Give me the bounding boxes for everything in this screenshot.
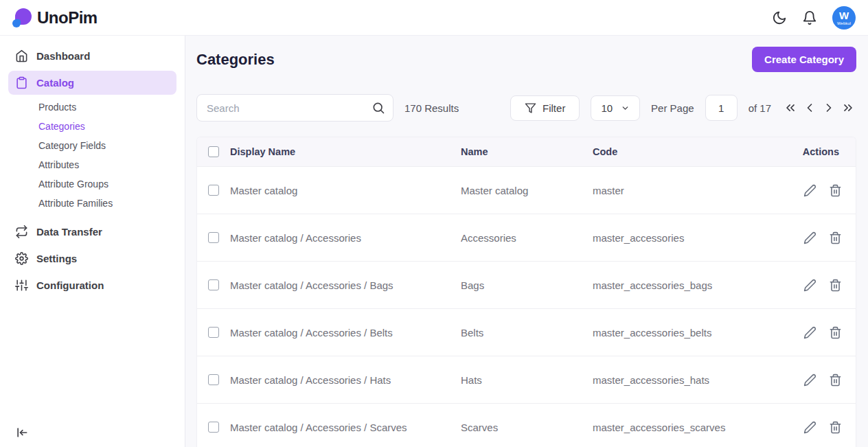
row-checkbox[interactable] xyxy=(208,185,219,196)
sidebar-item-catalog[interactable]: Catalog xyxy=(8,71,176,95)
per-page-label: Per Page xyxy=(651,102,694,114)
sidebar-item-category-fields[interactable]: Category Fields xyxy=(38,136,185,155)
sidebar-item-products[interactable]: Products xyxy=(38,98,185,117)
datagrid-toolbar: 170 Results Filter 10 Per Page of 17 xyxy=(196,94,856,122)
edit-button[interactable] xyxy=(803,279,816,292)
sidebar-item-data-transfer[interactable]: Data Transfer xyxy=(8,220,176,244)
cell-name: Master catalog xyxy=(461,185,593,196)
delete-button[interactable] xyxy=(829,421,842,434)
chevrons-left-icon xyxy=(784,101,797,115)
sidebar-item-label: Dashboard xyxy=(36,50,90,62)
trash-icon xyxy=(829,374,842,387)
cell-display-name: Master catalog / Accessories / Hats xyxy=(230,374,461,386)
edit-pencil-icon xyxy=(803,374,816,387)
row-checkbox[interactable] xyxy=(208,327,219,338)
trash-icon xyxy=(829,421,842,434)
delete-button[interactable] xyxy=(829,374,842,387)
chevron-right-icon xyxy=(822,101,836,115)
results-count: 170 Results xyxy=(404,102,459,114)
bell-icon xyxy=(802,10,817,25)
cell-display-name: Master catalog xyxy=(230,185,461,196)
edit-pencil-icon xyxy=(803,279,816,292)
trash-icon xyxy=(829,326,842,339)
sidebar-collapse-button[interactable] xyxy=(15,426,29,442)
previous-page-button[interactable] xyxy=(801,101,818,115)
sidebar-item-settings[interactable]: Settings xyxy=(8,247,176,271)
cell-code: master_accessories_bags xyxy=(593,279,789,291)
settings-icon xyxy=(15,252,28,265)
sidebar-item-attribute-groups[interactable]: Attribute Groups xyxy=(38,174,185,194)
create-category-button[interactable]: Create Category xyxy=(752,47,856,72)
avatar-caption: Webkul xyxy=(837,21,851,25)
sidebar-item-dashboard[interactable]: Dashboard xyxy=(8,44,176,68)
home-icon xyxy=(15,49,28,62)
select-all-checkbox[interactable] xyxy=(208,146,219,157)
filter-label: Filter xyxy=(542,102,565,114)
column-header-display-name: Display Name xyxy=(230,146,461,157)
row-checkbox[interactable] xyxy=(208,279,219,290)
table-body: Master catalog Master catalog master Mas… xyxy=(197,166,856,447)
table-row: Master catalog Master catalog master xyxy=(197,166,856,214)
sidebar-item-label: Data Transfer xyxy=(36,226,102,238)
sidebar-item-label: Catalog xyxy=(36,77,74,89)
column-header-name: Name xyxy=(461,146,593,157)
delete-button[interactable] xyxy=(829,231,842,244)
delete-button[interactable] xyxy=(829,184,842,197)
cell-name: Hats xyxy=(461,374,593,386)
dark-mode-toggle[interactable] xyxy=(772,10,787,25)
cell-name: Scarves xyxy=(461,422,593,433)
sidebar-item-categories[interactable]: Categories xyxy=(38,117,185,136)
edit-button[interactable] xyxy=(803,326,816,339)
table-row: Master catalog / Accessories / Scarves S… xyxy=(197,403,856,447)
configuration-icon xyxy=(15,279,28,292)
table-row: Master catalog / Accessories / Bags Bags… xyxy=(197,261,856,308)
edit-button[interactable] xyxy=(803,421,816,434)
collapse-sidebar-icon xyxy=(15,426,29,439)
table-row: Master catalog / Accessories / Hats Hats… xyxy=(197,356,856,403)
notifications-button[interactable] xyxy=(802,10,817,25)
page-number-input[interactable] xyxy=(705,95,738,121)
sidebar-item-configuration[interactable]: Configuration xyxy=(8,273,176,297)
app-name: UnoPim xyxy=(37,8,98,27)
delete-button[interactable] xyxy=(829,326,842,339)
cell-name: Accessories xyxy=(461,232,593,244)
column-header-code: Code xyxy=(593,146,789,157)
edit-pencil-icon xyxy=(803,421,816,434)
edit-pencil-icon xyxy=(803,326,816,339)
trash-icon xyxy=(829,184,842,197)
first-page-button[interactable] xyxy=(782,101,799,115)
per-page-value: 10 xyxy=(601,102,613,114)
edit-button[interactable] xyxy=(803,184,816,197)
cell-code: master_accessories_hats xyxy=(593,374,789,386)
cell-name: Belts xyxy=(461,327,593,339)
per-page-select[interactable]: 10 xyxy=(591,95,640,121)
trash-icon xyxy=(829,279,842,292)
sidebar-item-label: Configuration xyxy=(36,279,104,291)
trash-icon xyxy=(829,231,842,244)
last-page-button[interactable] xyxy=(840,101,856,115)
sidebar-item-attribute-families[interactable]: Attribute Families xyxy=(38,194,185,213)
chevrons-right-icon xyxy=(841,101,855,115)
next-page-button[interactable] xyxy=(821,101,837,115)
cell-code: master xyxy=(593,185,789,196)
row-checkbox[interactable] xyxy=(208,374,219,385)
edit-pencil-icon xyxy=(803,231,816,244)
delete-button[interactable] xyxy=(829,279,842,292)
chevron-down-icon xyxy=(621,104,630,113)
cell-display-name: Master catalog / Accessories / Bags xyxy=(230,279,461,291)
row-checkbox[interactable] xyxy=(208,232,219,243)
top-bar: UnoPim W Webkul xyxy=(0,0,868,36)
table-row: Master catalog / Accessories Accessories… xyxy=(197,214,856,261)
cell-code: master_accessories xyxy=(593,232,789,244)
search-input[interactable] xyxy=(196,94,393,122)
pagination xyxy=(782,101,856,115)
filter-button[interactable]: Filter xyxy=(510,95,580,121)
column-header-actions: Actions xyxy=(789,146,856,157)
row-checkbox[interactable] xyxy=(208,422,219,433)
user-avatar[interactable]: W Webkul xyxy=(832,6,856,30)
sidebar-item-attributes[interactable]: Attributes xyxy=(38,155,185,174)
table-header-row: Display Name Name Code Actions xyxy=(197,137,856,166)
edit-button[interactable] xyxy=(803,231,816,244)
cell-display-name: Master catalog / Accessories / Belts xyxy=(230,327,461,339)
edit-button[interactable] xyxy=(803,374,816,387)
